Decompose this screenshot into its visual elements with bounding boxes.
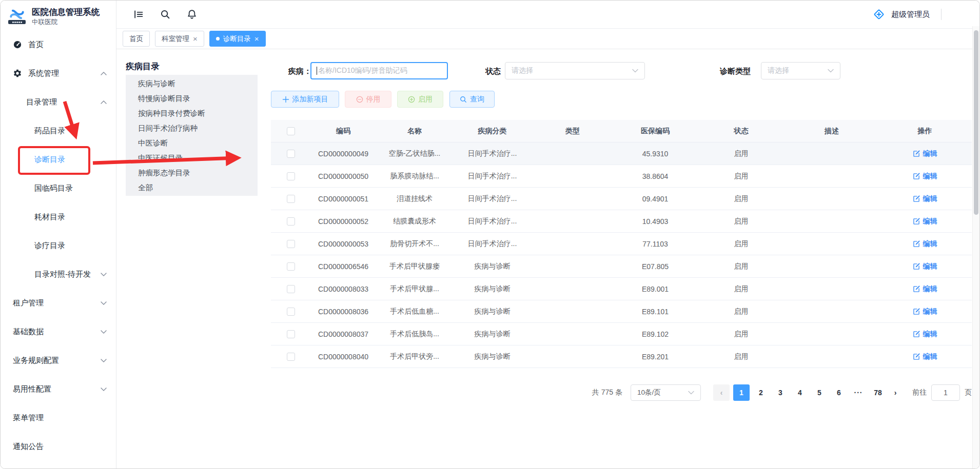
col-header-insurance-code: 医保编码 bbox=[614, 120, 697, 142]
sidebar-item-menu-management[interactable]: 菜单管理 bbox=[1, 403, 116, 432]
row-checkbox[interactable] bbox=[287, 353, 295, 361]
chevron-left-icon: ‹ bbox=[720, 389, 723, 397]
edit-icon bbox=[913, 262, 920, 270]
row-checkbox[interactable] bbox=[287, 172, 295, 180]
status-select[interactable]: 请选择 bbox=[505, 62, 645, 79]
sidebar-item-drug-catalog[interactable]: 药品目录 bbox=[1, 116, 116, 145]
bell-icon[interactable] bbox=[186, 9, 198, 20]
disease-search-input[interactable]: 名称/ICD10编码/拼音助记码 bbox=[310, 62, 448, 79]
row-checkbox[interactable] bbox=[287, 285, 295, 293]
sidebar-item-label: 通知公告 bbox=[13, 442, 44, 452]
row-checkbox[interactable] bbox=[287, 217, 295, 226]
page-button-5[interactable]: 5 bbox=[811, 384, 828, 401]
search-button[interactable]: 查询 bbox=[449, 91, 495, 108]
chevron-down-icon bbox=[688, 391, 694, 395]
diagnosis-type-filter-label: 诊断类型 bbox=[720, 63, 751, 79]
close-icon[interactable]: × bbox=[254, 35, 259, 43]
catalog-item-special-chronic-catalog[interactable]: 特慢病诊断目录 bbox=[126, 91, 258, 106]
edit-button[interactable]: 编辑 bbox=[913, 149, 937, 158]
sidebar-item-tenant-management[interactable]: 租户管理 bbox=[1, 289, 116, 317]
medical-cross-icon[interactable] bbox=[873, 8, 885, 21]
page-button-78[interactable]: 78 bbox=[870, 384, 886, 401]
next-page-button[interactable]: › bbox=[889, 384, 902, 401]
page-button-3[interactable]: 3 bbox=[772, 384, 789, 401]
sidebar-item-basic-data[interactable]: 基础数据 bbox=[1, 317, 116, 346]
edit-button[interactable]: 编辑 bbox=[913, 330, 937, 339]
disable-button[interactable]: 停用 bbox=[345, 91, 391, 108]
sidebar-item-system-management[interactable]: 系统管理 bbox=[1, 59, 116, 88]
sidebar-item-treatment-catalog[interactable]: 诊疗目录 bbox=[1, 231, 116, 260]
sidebar-item-usability-config[interactable]: 易用性配置 bbox=[1, 375, 116, 403]
sidebar-item-label: 系统管理 bbox=[28, 69, 59, 78]
scrollbar-thumb[interactable] bbox=[974, 30, 978, 215]
page-scrollbar[interactable] bbox=[972, 26, 979, 469]
page-button-1[interactable]: 1 bbox=[733, 384, 750, 401]
edit-button[interactable]: 编辑 bbox=[913, 262, 937, 271]
dashboard-icon bbox=[13, 40, 22, 49]
page-button-6[interactable]: 6 bbox=[831, 384, 847, 401]
select-all-checkbox[interactable] bbox=[287, 127, 295, 135]
cell-code: CD0000000052 bbox=[310, 210, 376, 232]
edit-button[interactable]: 编辑 bbox=[913, 172, 937, 181]
chevron-down-icon bbox=[632, 69, 638, 73]
text-caret bbox=[317, 67, 317, 75]
row-checkbox[interactable] bbox=[287, 150, 295, 158]
catalog-item-tumor-morphology-catalog[interactable]: 肿瘤形态学目录 bbox=[126, 166, 258, 180]
tab-diagnosis-catalog[interactable]: 诊断目录 × bbox=[209, 31, 266, 47]
page-size-select[interactable]: 10条/页 bbox=[631, 384, 701, 401]
prev-page-button[interactable]: ‹ bbox=[713, 384, 730, 401]
row-checkbox[interactable] bbox=[287, 195, 295, 203]
tab-department-management[interactable]: 科室管理 × bbox=[155, 31, 204, 47]
chevron-down-icon bbox=[101, 330, 107, 334]
edit-button[interactable]: 编辑 bbox=[913, 239, 937, 249]
row-checkbox[interactable] bbox=[287, 330, 295, 338]
catalog-item-tcm-diagnosis[interactable]: 中医诊断 bbox=[126, 136, 258, 151]
catalog-item-disease-and-diagnosis[interactable]: 疾病与诊断 bbox=[126, 76, 258, 91]
enable-button[interactable]: 启用 bbox=[397, 91, 443, 108]
page-button-4[interactable]: 4 bbox=[792, 384, 808, 401]
edit-label: 编辑 bbox=[923, 239, 937, 249]
sidebar-item-national-code-catalog[interactable]: 国临码目录 bbox=[1, 174, 116, 202]
table-row: CD0000000051泪道挂线术日间手术治疗...09.4901启用编辑 bbox=[271, 188, 972, 210]
edit-icon bbox=[913, 330, 920, 338]
cell-name: 肠系膜动脉结... bbox=[376, 165, 453, 187]
tabbar: 首页 科室管理 × 诊断目录 × bbox=[116, 29, 980, 49]
row-checkbox[interactable] bbox=[287, 308, 295, 316]
edit-icon bbox=[913, 172, 920, 180]
sidebar-item-label: 首页 bbox=[28, 40, 44, 50]
tab-home[interactable]: 首页 bbox=[123, 31, 150, 47]
close-icon[interactable]: × bbox=[193, 35, 198, 43]
sidebar-item-notice[interactable]: 通知公告 bbox=[1, 432, 116, 461]
page-number-list: 123456···78 bbox=[732, 384, 888, 401]
collapse-sidebar-icon[interactable] bbox=[133, 9, 144, 20]
edit-button[interactable]: 编辑 bbox=[913, 307, 937, 316]
edit-button[interactable]: 编辑 bbox=[913, 352, 937, 361]
row-checkbox[interactable] bbox=[287, 240, 295, 248]
add-item-button[interactable]: 添加新项目 bbox=[271, 91, 339, 108]
goto-page-input[interactable]: 1 bbox=[931, 384, 960, 401]
catalog-item-day-surgery[interactable]: 日间手术治疗病种 bbox=[126, 121, 258, 136]
sidebar-item-diagnosis-catalog[interactable]: 诊断目录 bbox=[1, 145, 116, 174]
app-title: 医院信息管理系统 bbox=[32, 7, 100, 17]
edit-icon bbox=[913, 150, 920, 157]
more-pages-icon[interactable]: ··· bbox=[850, 384, 867, 401]
catalog-item-per-disease-payment[interactable]: 按病种目录付费诊断 bbox=[126, 106, 258, 121]
page-button-2[interactable]: 2 bbox=[753, 384, 769, 401]
cell-code: CD0000000051 bbox=[310, 188, 376, 210]
sidebar-item-catalog-management[interactable]: 目录管理 bbox=[1, 88, 116, 116]
diagnosis-type-select[interactable]: 请选择 bbox=[761, 62, 840, 79]
row-checkbox[interactable] bbox=[287, 262, 295, 271]
sidebar-item-catalog-mapping[interactable]: 目录对照-待开发 bbox=[1, 260, 116, 289]
user-name[interactable]: 超级管理员 bbox=[891, 10, 930, 19]
catalog-item-tcm-syndrome-catalog[interactable]: 中医证候目录 bbox=[126, 151, 258, 166]
sidebar-item-business-rules[interactable]: 业务规则配置 bbox=[1, 346, 116, 375]
search-icon[interactable] bbox=[160, 9, 171, 20]
sidebar-item-label: 租户管理 bbox=[13, 298, 44, 308]
catalog-item-all[interactable]: 全部 bbox=[126, 180, 258, 195]
edit-button[interactable]: 编辑 bbox=[913, 284, 937, 294]
edit-button[interactable]: 编辑 bbox=[913, 194, 937, 203]
edit-icon bbox=[913, 353, 920, 360]
sidebar-item-consumable-catalog[interactable]: 耗材目录 bbox=[1, 202, 116, 231]
sidebar-item-home[interactable]: 首页 bbox=[1, 30, 116, 59]
edit-button[interactable]: 编辑 bbox=[913, 217, 937, 226]
